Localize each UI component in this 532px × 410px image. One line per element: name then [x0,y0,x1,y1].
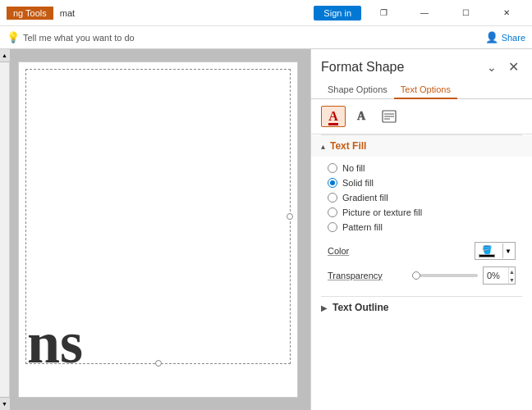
pattern-fill-option[interactable]: Pattern fill [328,222,516,232]
title-bar-center: Sign in ❐ — ☐ ✕ [314,0,525,26]
color-display-area: 🪣 [477,244,497,258]
spinner-down-button[interactable]: ▼ [509,276,515,284]
transparency-row: Transparency 0% ▲ ▼ [328,266,516,285]
no-fill-option[interactable]: No fill [328,163,516,173]
fill-type-radio-group: No fill Solid fill Gradient fill Picture… [328,163,516,232]
gradient-fill-label: Gradient fill [342,193,388,203]
section-collapse-arrow: ▴ [321,142,325,151]
picture-fill-radio[interactable] [328,207,337,217]
text-fill-icon-tab[interactable]: A [321,106,346,127]
tools-tab[interactable]: ng Tools [7,7,53,20]
resize-handle-bottom[interactable] [155,360,162,367]
resize-handle-right[interactable] [287,213,293,220]
slider-thumb[interactable] [412,271,420,280]
close-button[interactable]: ✕ [488,0,525,26]
tab-shape-options[interactable]: Shape Options [321,81,394,99]
person-icon: 👤 [485,31,498,43]
spinner-controls: ▲ ▼ [508,267,515,284]
picture-texture-fill-option[interactable]: Picture or texture fill [328,207,516,217]
panel-pin-button[interactable]: ⌄ [484,59,500,75]
text-outline-a-icon: A [357,110,365,123]
text-fill-section-title: Text Fill [330,140,366,152]
minimize-button[interactable]: — [406,0,443,26]
bucket-icon: 🪣 [482,245,492,254]
a-underline [328,123,338,125]
no-fill-radio[interactable] [328,163,337,173]
text-outline-section-title: Text Outline [332,302,388,313]
text-fill-a-icon: A [328,109,338,124]
transparency-value: 0% [484,271,508,280]
no-fill-label: No fill [342,163,365,173]
transparency-label: Transparency [328,271,412,280]
layout-icon [382,110,397,123]
vertical-scrollbar-left[interactable]: ▲ ▼ [0,49,10,410]
share-label: Share [502,33,525,43]
color-row: Color 🪣 ▼ [328,242,516,260]
transparency-slider[interactable] [412,274,478,277]
scroll-down-button[interactable]: ▼ [0,397,10,410]
text-layout-icon-tab[interactable] [377,106,401,127]
slide-canvas: ns [18,61,298,398]
panel-header: Format Shape ⌄ ✕ [311,49,532,81]
title-bar-left: ng Tools mat [7,7,75,20]
color-bar [479,254,495,257]
restore-button[interactable]: ❐ [365,0,402,26]
format-shape-panel: Format Shape ⌄ ✕ Shape Options Text Opti… [310,49,532,410]
transparency-spinner[interactable]: 0% ▲ ▼ [483,266,516,285]
text-fill-section-content: No fill Solid fill Gradient fill Picture… [311,157,532,296]
gradient-fill-option[interactable]: Gradient fill [328,193,516,203]
panel-title: Format Shape [321,60,404,75]
picture-fill-label: Picture or texture fill [342,207,422,217]
text-fill-section-header[interactable]: ▴ Text Fill [311,135,532,157]
tab-text-options[interactable]: Text Options [394,81,457,99]
canvas-area: ns [10,49,310,410]
solid-fill-option[interactable]: Solid fill [328,178,516,188]
signin-button[interactable]: Sign in [314,6,361,20]
tools-label: ng Tools [13,8,47,18]
title-bar: ng Tools mat Sign in ❐ — ☐ ✕ [0,0,532,26]
icon-tabs-row: A A [311,99,532,134]
text-outline-expand-arrow: ▶ [321,303,328,312]
panel-header-controls: ⌄ ✕ [484,57,522,76]
pattern-fill-radio[interactable] [328,222,337,232]
slide-text-content: ns [27,313,83,372]
tell-me-text: Tell me what you want to do [23,33,135,43]
text-outline-section-header[interactable]: ▶ Text Outline [311,297,532,318]
gradient-fill-radio[interactable] [328,193,337,203]
color-picker-button[interactable]: 🪣 ▼ [475,242,516,260]
pattern-fill-label: Pattern fill [342,222,383,232]
solid-fill-label: Solid fill [342,178,374,188]
panel-close-button[interactable]: ✕ [505,57,522,76]
lightbulb-icon: 💡 [7,31,20,43]
maximize-button[interactable]: ☐ [447,0,484,26]
main-area: ▲ ▼ ns Format Shape ⌄ ✕ [0,49,532,410]
panel-tabs: Shape Options Text Options [311,81,532,99]
format-label: mat [60,8,75,18]
scroll-track [0,62,10,397]
share-button[interactable]: 👤 Share [485,31,525,43]
scroll-up-button[interactable]: ▲ [0,49,10,62]
solid-fill-radio[interactable] [328,178,337,188]
color-label: Color [328,246,475,256]
color-dropdown-arrow[interactable]: ▼ [502,244,513,258]
text-outline-icon-tab[interactable]: A [349,106,374,127]
tell-me-bar[interactable]: 💡 Tell me what you want to do [7,31,479,43]
spinner-up-button[interactable]: ▲ [509,267,515,276]
ribbon: 💡 Tell me what you want to do 👤 Share [0,26,532,49]
